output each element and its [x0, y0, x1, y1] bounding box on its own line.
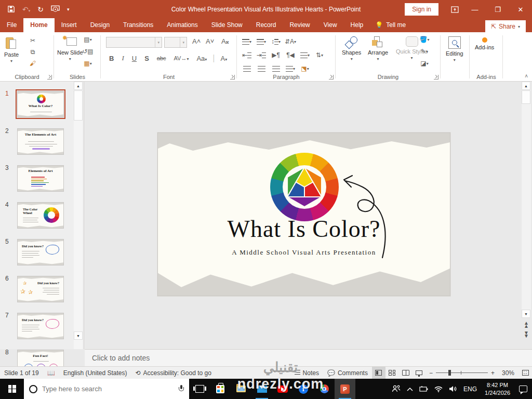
bold-button[interactable]: B [107, 54, 116, 63]
editing-button[interactable]: Editing▾ [446, 36, 463, 62]
scrollbar-track[interactable]: ▲ ▼ [522, 82, 531, 318]
reset-slide-button[interactable]: ↺▤ [83, 47, 92, 56]
color-wheel-image[interactable] [270, 153, 339, 221]
italic-button[interactable]: I [119, 53, 126, 63]
tell-me-control[interactable]: 💡Tell me [370, 18, 411, 32]
share-button[interactable]: ⇱Share▾ [485, 20, 526, 33]
columns-button[interactable]: ▾ [300, 51, 310, 59]
close-button[interactable]: ✕ [509, 0, 532, 19]
tab-design[interactable]: Design [84, 18, 116, 32]
change-case-button[interactable]: Aa▾ [194, 54, 209, 63]
align-text-button[interactable]: ⇅▾ [315, 51, 324, 59]
tab-review[interactable]: Review [283, 18, 316, 32]
next-slide-button[interactable]: ▼▼ [524, 331, 529, 337]
facebook-icon[interactable]: f [293, 379, 314, 399]
shape-outline-button[interactable]: ✎▾ [420, 47, 429, 56]
character-spacing-button[interactable]: AV↔▾ [172, 54, 191, 62]
decrease-font-size-button[interactable]: A˅ [204, 36, 216, 46]
save-icon[interactable] [7, 5, 15, 14]
arrange-button[interactable]: Arrange▾ [368, 36, 388, 61]
align-center-button[interactable] [257, 64, 266, 73]
font-size-combo[interactable]: ▾ [164, 37, 187, 48]
undo-icon[interactable]: ↶▾ [22, 6, 30, 13]
tab-transitions[interactable]: Transitions [116, 18, 160, 32]
increase-font-size-button[interactable]: A˄ [190, 36, 203, 46]
taskbar-search[interactable] [24, 379, 189, 399]
copy-button[interactable]: ⧉ [28, 48, 37, 56]
numbering-button[interactable]: ▾ [257, 37, 266, 46]
thumbnail-scrollbar[interactable]: ▲ ▼ [74, 82, 83, 349]
redo-icon[interactable]: ↻ [37, 6, 44, 13]
zoom-slider[interactable]: − + [426, 369, 498, 377]
bullets-button[interactable]: ▾ [242, 37, 251, 46]
text-shadow-button[interactable]: S [142, 54, 151, 63]
clipboard-dialog-launcher[interactable] [47, 75, 52, 79]
underline-button[interactable]: U [130, 54, 139, 63]
slide-thumbnail-4[interactable]: The Color Wheel [17, 202, 64, 229]
volume-icon[interactable] [446, 385, 460, 392]
show-hidden-icons-chevron[interactable] [404, 387, 416, 391]
ltr-button[interactable]: ▶¶ [271, 51, 281, 59]
tab-file[interactable]: File [0, 18, 23, 32]
slide-thumbnail-1[interactable]: What Is Color? [17, 91, 64, 117]
section-button[interactable]: ▦▾ [83, 59, 92, 68]
file-explorer-icon[interactable] [231, 379, 251, 399]
tab-home[interactable]: Home [23, 18, 54, 32]
microphone-icon[interactable] [179, 385, 184, 393]
slide-thumbnail-7[interactable]: Did you know? [17, 313, 64, 339]
slide-title[interactable]: What Is Color? [158, 215, 450, 243]
format-painter-button[interactable]: 🖌 [28, 59, 37, 68]
slide-layout-button[interactable]: ▤▾ [83, 35, 92, 44]
shapes-button[interactable]: Shapes▾ [342, 36, 361, 61]
slide-indicator[interactable]: Slide 1 of 19 [0, 369, 43, 377]
notes-placeholder[interactable]: Click to add notes [92, 354, 150, 362]
taskbar-clock[interactable]: 8:42 PM 1/24/2026 [481, 381, 514, 396]
slide-thumbnail-3[interactable]: Elements of Art [17, 165, 64, 192]
shape-fill-button[interactable]: 🪣▾ [420, 35, 429, 44]
powerpoint-taskbar-icon[interactable]: P [335, 379, 355, 399]
font-name-combo[interactable]: ▾ [106, 37, 162, 48]
tab-view[interactable]: View [317, 18, 344, 32]
zoom-level[interactable]: 30% [498, 369, 518, 377]
tab-help[interactable]: Help [344, 18, 370, 32]
battery-icon[interactable] [416, 386, 431, 392]
chrome-icon[interactable] [314, 379, 335, 399]
thumbnail-scroll-down-button[interactable]: ▼ [74, 331, 83, 340]
restore-button[interactable]: ❐ [486, 0, 509, 19]
start-button[interactable] [0, 379, 24, 399]
justify-button[interactable]: ▾ [286, 64, 295, 73]
addins-button[interactable]: Add-ins [475, 37, 494, 51]
tab-insert[interactable]: Insert [55, 18, 84, 32]
people-icon[interactable] [389, 385, 404, 393]
reading-view-button[interactable] [399, 367, 413, 379]
sign-in-button[interactable]: Sign in [405, 3, 438, 16]
align-left-button[interactable] [242, 64, 251, 73]
slideshow-view-button[interactable] [413, 367, 426, 379]
tab-record[interactable]: Record [249, 18, 283, 32]
previous-slide-button[interactable]: ▲▲ [524, 322, 529, 327]
scroll-thumb[interactable] [522, 90, 530, 104]
rtl-button[interactable]: ¶◀ [286, 51, 295, 59]
notes-toggle-button[interactable]: Notes [290, 369, 323, 377]
mail-app-icon[interactable] [251, 379, 272, 399]
microsoft-store-icon[interactable] [210, 379, 231, 399]
collapse-ribbon-button[interactable]: ˄ [525, 73, 528, 79]
slide-thumbnail-6[interactable]: ✰ ✰ ✰ Did you know? [17, 276, 64, 302]
language-switcher[interactable]: ENG [460, 385, 481, 393]
paragraph-dialog-launcher[interactable] [329, 75, 334, 79]
font-dialog-launcher[interactable] [230, 75, 235, 79]
comments-toggle-button[interactable]: 💬 Comments [323, 369, 372, 377]
shape-effects-button[interactable]: ◪▾ [420, 59, 429, 68]
align-right-button[interactable] [271, 64, 281, 73]
paste-button[interactable]: Paste▾ [4, 36, 19, 63]
increase-indent-button[interactable]: ⇥ [257, 51, 266, 59]
thumbnail-scroll-thumb[interactable] [74, 90, 83, 121]
notes-pane[interactable]: Click to add notes [85, 349, 532, 366]
normal-view-button[interactable] [372, 367, 385, 379]
minimize-button[interactable]: — [463, 0, 486, 19]
slide-thumbnail-2[interactable]: The Elements of Art [17, 128, 64, 155]
ribbon-display-options-icon[interactable] [446, 0, 463, 19]
decrease-indent-button[interactable]: ⇤ [242, 51, 251, 59]
thumbnail-scroll-up-button[interactable]: ▲ [74, 82, 83, 90]
language-indicator[interactable]: English (United States) [59, 369, 131, 377]
